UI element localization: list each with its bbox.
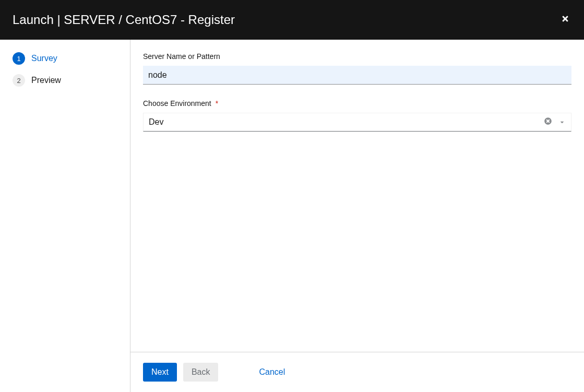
form-group-server-name: Server Name or Pattern: [143, 52, 571, 85]
next-button[interactable]: Next: [143, 363, 177, 382]
step-badge: 2: [13, 74, 25, 87]
step-label: Survey: [31, 54, 57, 63]
times-circle-icon: [544, 117, 552, 127]
wizard-step-preview[interactable]: 2 Preview: [13, 74, 117, 87]
step-badge: 1: [13, 52, 25, 65]
environment-label: Choose Environment *: [143, 99, 571, 108]
modal-body: 1 Survey 2 Preview Server Name or Patter…: [0, 40, 584, 392]
wizard-footer: Next Back Cancel: [130, 352, 584, 392]
modal-title: Launch | SERVER / CentOS7 - Register: [13, 13, 235, 27]
wizard-sidebar: 1 Survey 2 Preview: [0, 40, 130, 392]
clear-selection-button[interactable]: [543, 117, 553, 127]
step-label: Preview: [31, 76, 61, 85]
cancel-button[interactable]: Cancel: [251, 363, 293, 382]
wizard-step-survey[interactable]: 1 Survey: [13, 52, 117, 65]
survey-form: Server Name or Pattern Choose Environmen…: [130, 40, 584, 352]
form-group-environment: Choose Environment * Dev: [143, 99, 571, 132]
main-panel: Server Name or Pattern Choose Environmen…: [130, 40, 584, 392]
server-name-input[interactable]: [143, 66, 571, 85]
modal-header: Launch | SERVER / CentOS7 - Register: [0, 0, 584, 40]
close-button[interactable]: [559, 14, 571, 26]
required-indicator: *: [216, 99, 218, 108]
environment-select[interactable]: Dev: [143, 113, 571, 132]
dropdown-toggle[interactable]: [558, 118, 566, 126]
close-icon: [561, 15, 569, 25]
caret-down-icon: [559, 117, 565, 127]
server-name-label: Server Name or Pattern: [143, 52, 571, 61]
back-button[interactable]: Back: [183, 363, 219, 382]
environment-selected-value: Dev: [149, 117, 543, 127]
